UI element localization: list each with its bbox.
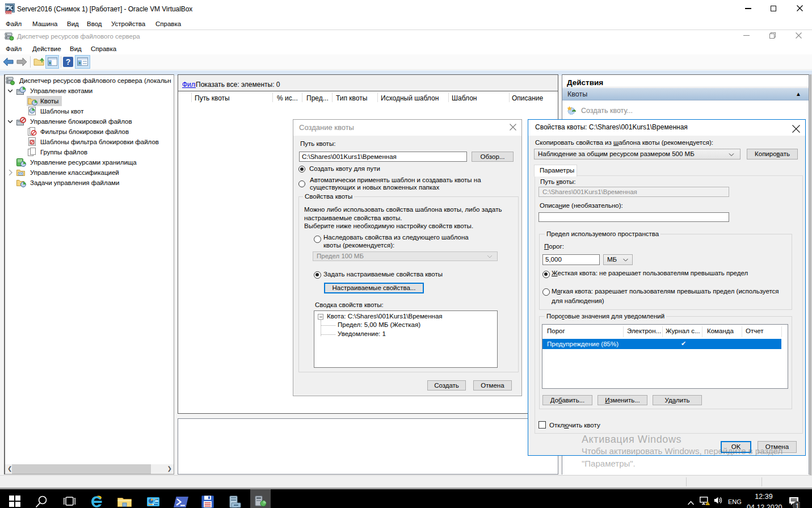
svg-text:2016: 2016: [5, 11, 12, 14]
svg-text:?: ?: [66, 57, 71, 66]
svg-text:1: 1: [796, 502, 800, 508]
